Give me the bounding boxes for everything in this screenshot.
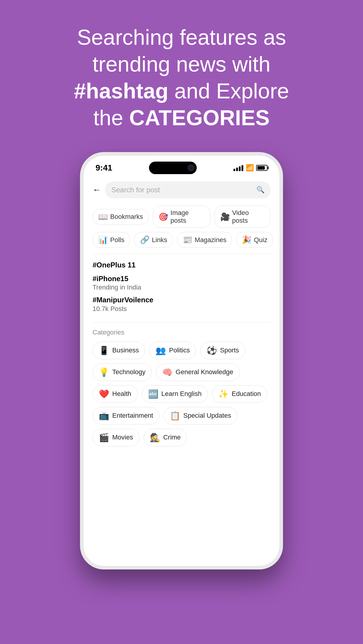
hero-section: Searching features as trending news with… <box>0 0 363 146</box>
chip-row-1: 📖 Bookmarks 🎯 Image posts 🎥 Video posts <box>93 206 270 228</box>
politics-icon: 👥 <box>156 346 166 355</box>
bar1 <box>233 169 235 171</box>
polls-icon: 📊 <box>98 235 108 244</box>
search-bar[interactable]: Search for post 🔍 <box>105 182 270 198</box>
battery-fill <box>257 166 265 170</box>
chip-links[interactable]: 🔗 Links <box>134 232 173 248</box>
learn-english-icon: 🔤 <box>148 389 159 399</box>
status-time: 9:41 <box>96 163 112 173</box>
chip-video-posts[interactable]: 🎥 Video posts <box>215 206 270 228</box>
category-crime-label: Crime <box>163 434 181 441</box>
chip-quiz[interactable]: 🎉 Quiz <box>236 232 273 248</box>
trending-sub-2: Trending in India <box>93 284 270 291</box>
chip-magazines-label: Magazines <box>195 236 226 244</box>
phone-screen: 9:41 📶 <box>84 156 279 566</box>
camera-dot <box>188 165 194 171</box>
category-movies[interactable]: 🎬 Movies <box>93 429 139 446</box>
back-button[interactable]: ← <box>93 185 101 195</box>
status-bar: 9:41 📶 <box>84 156 279 177</box>
hero-line-2: trending news with <box>30 51 333 78</box>
hero-line-4: the CATEGORIES <box>30 104 333 131</box>
movies-icon: 🎬 <box>99 433 109 442</box>
chip-polls-label: Polls <box>110 236 124 244</box>
category-business[interactable]: 📱 Business <box>93 342 145 359</box>
search-section: ← Search for post 🔍 <box>84 177 279 203</box>
sports-icon: ⚽ <box>207 346 217 355</box>
dynamic-island <box>149 162 197 174</box>
category-special-updates[interactable]: 📋 Special Updates <box>164 407 237 425</box>
category-learn-english-label: Learn English <box>161 390 202 398</box>
bar3 <box>239 166 241 171</box>
category-business-label: Business <box>112 346 139 354</box>
chip-video-posts-label: Video posts <box>232 209 265 225</box>
hero-line-3: #hashtag and Explore <box>30 78 333 104</box>
category-entertainment[interactable]: 📺 Entertainment <box>93 407 159 425</box>
image-posts-icon: 🎯 <box>159 212 168 222</box>
trending-item-1: #OnePlus 11 <box>93 260 270 270</box>
category-grid: 📱 Business 👥 Politics ⚽ Sports <box>93 342 270 446</box>
category-health[interactable]: ❤️ Health <box>93 385 138 403</box>
crime-icon: 🕵️ <box>150 433 160 442</box>
education-icon: ✨ <box>218 389 229 399</box>
chip-image-posts[interactable]: 🎯 Image posts <box>153 206 210 228</box>
category-movies-label: Movies <box>112 434 133 441</box>
video-posts-icon: 🎥 <box>220 212 230 222</box>
chip-row-2: 📊 Polls 🔗 Links 📰 Magazines 🎉 Quiz <box>93 232 270 248</box>
category-politics[interactable]: 👥 Politics <box>149 342 196 359</box>
divider-2 <box>93 322 270 323</box>
special-updates-icon: 📋 <box>170 411 180 421</box>
hero-line-1: Searching features as <box>30 24 333 51</box>
phone-wrapper: 9:41 📶 <box>0 152 363 569</box>
category-technology-label: Technology <box>112 368 145 376</box>
chip-magazines[interactable]: 📰 Magazines <box>177 232 232 248</box>
category-education-label: Education <box>232 390 261 398</box>
bookmarks-icon: 📖 <box>98 212 108 222</box>
general-knowledge-icon: 🧠 <box>162 367 173 377</box>
entertainment-icon: 📺 <box>99 411 109 421</box>
category-education[interactable]: ✨ Education <box>212 385 267 403</box>
wifi-icon: 📶 <box>246 164 254 172</box>
category-crime[interactable]: 🕵️ Crime <box>144 429 187 446</box>
category-sports[interactable]: ⚽ Sports <box>200 342 245 359</box>
category-learn-english[interactable]: 🔤 Learn English <box>142 385 208 403</box>
chip-image-posts-label: Image posts <box>170 209 205 225</box>
trending-section: #OnePlus 11 #iPhone15 Trending in India … <box>84 257 279 319</box>
categories-label: Categories <box>93 329 270 336</box>
filter-chips: 📖 Bookmarks 🎯 Image posts 🎥 Video posts … <box>84 203 279 251</box>
trending-tag-2: #iPhone15 <box>93 274 270 284</box>
category-general-knowledge-label: General Knowledge <box>176 368 233 376</box>
chip-bookmarks[interactable]: 📖 Bookmarks <box>93 209 149 225</box>
trending-item-2: #iPhone15 Trending in India <box>93 274 270 292</box>
category-sports-label: Sports <box>220 346 239 354</box>
technology-icon: 💡 <box>99 367 109 377</box>
chip-quiz-label: Quiz <box>254 236 267 244</box>
category-technology[interactable]: 💡 Technology <box>93 363 152 381</box>
categories-section: Categories 📱 Business 👥 Politics ⚽ <box>84 326 279 449</box>
hero-hashtag: #hashtag <box>74 79 168 103</box>
status-icons: 📶 <box>233 164 267 172</box>
chip-polls[interactable]: 📊 Polls <box>93 232 130 248</box>
category-general-knowledge[interactable]: 🧠 General Knowledge <box>156 363 239 381</box>
category-row-5: 🎬 Movies 🕵️ Crime <box>93 429 270 446</box>
health-icon: ❤️ <box>99 389 109 399</box>
category-row-2: 💡 Technology 🧠 General Knowledge <box>93 363 270 381</box>
search-icon: 🔍 <box>256 186 264 194</box>
hero-categories: CATEGORIES <box>129 106 270 130</box>
category-special-updates-label: Special Updates <box>183 412 231 419</box>
divider-1 <box>93 254 270 254</box>
bar2 <box>236 168 238 171</box>
links-icon: 🔗 <box>140 235 150 244</box>
category-politics-label: Politics <box>169 346 190 354</box>
category-row-1: 📱 Business 👥 Politics ⚽ Sports <box>93 342 270 359</box>
magazines-icon: 📰 <box>183 235 192 244</box>
category-row-4: 📺 Entertainment 📋 Special Updates <box>93 407 270 425</box>
trending-tag-1: #OnePlus 11 <box>93 260 270 270</box>
trending-item-3: #ManipurVoilence 10.7k Posts <box>93 295 270 313</box>
category-entertainment-label: Entertainment <box>112 412 153 419</box>
search-input[interactable]: Search for post <box>111 186 160 194</box>
chip-links-label: Links <box>152 236 167 244</box>
business-icon: 📱 <box>99 346 109 355</box>
category-row-3: ❤️ Health 🔤 Learn English ✨ Education <box>93 385 270 403</box>
trending-tag-3: #ManipurVoilence <box>93 295 270 305</box>
signal-bars-icon <box>233 165 243 171</box>
